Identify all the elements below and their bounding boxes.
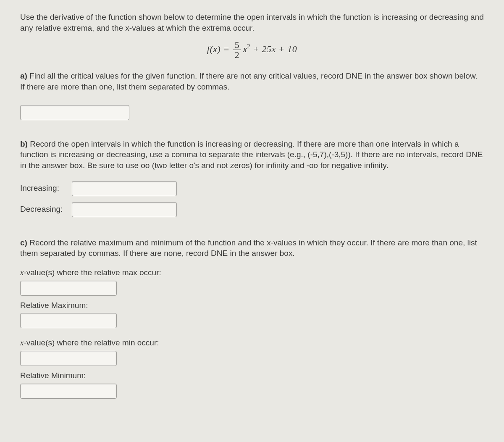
relative-max-x-input[interactable] [20,281,117,296]
function-equation: f(x) = 5 2 x2 + 25x + 10 [20,40,484,60]
decreasing-input[interactable] [72,202,177,217]
max-x-label: -value(s) where the relative max occur: [24,268,161,277]
part-a: a) Find all the critical values for the … [20,71,484,120]
equation-lhs: f(x) [207,44,221,54]
part-c-text: Record the relative maximum and minimum … [20,238,477,258]
part-b: b) Record the open intervals in which th… [20,139,484,217]
critical-values-input[interactable] [20,105,129,120]
relative-min-x-input[interactable] [20,351,117,366]
part-a-letter: a) [20,71,27,80]
fraction-top: 5 [233,40,242,50]
relative-max-label: Relative Maximum: [20,301,88,310]
part-c: c) Record the relative maximum and minim… [20,237,484,399]
part-b-text: Record the open intervals in which the f… [20,139,483,170]
equation-equals: = [223,44,232,54]
fraction-bot: 2 [233,50,242,60]
part-a-text: Find all the critical values for the giv… [20,71,478,91]
relative-max-input[interactable] [20,313,117,328]
part-c-letter: c) [20,238,27,247]
decreasing-label: Decreasing: [20,204,67,215]
intro-text: Use the derivative of the function shown… [20,12,484,33]
min-x-label: -value(s) where the relative min occur: [24,338,159,347]
increasing-input[interactable] [72,181,177,196]
relative-min-label: Relative Minimum: [20,371,86,380]
equation-rest: + 25x + 10 [250,44,297,54]
fraction: 5 2 [233,40,242,60]
relative-min-input[interactable] [20,384,117,399]
part-b-letter: b) [20,139,28,148]
x-var: x [243,44,247,54]
increasing-label: Increasing: [20,183,67,194]
